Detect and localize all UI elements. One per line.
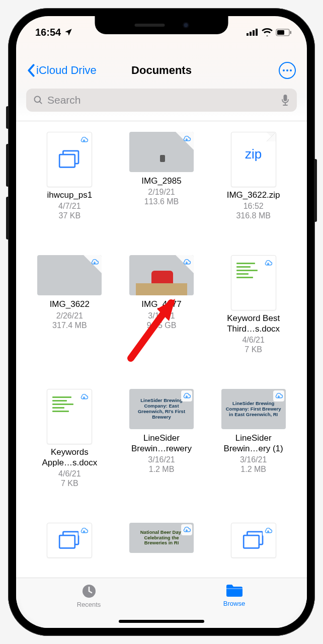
file-thumbnail — [129, 132, 194, 172]
clock-icon — [81, 583, 97, 599]
cellular-icon — [247, 29, 259, 36]
file-date: 4/6/21 — [242, 336, 264, 345]
file-size: 317.4 MB — [52, 321, 87, 330]
more-button[interactable] — [279, 62, 296, 79]
file-size: 7 KB — [61, 479, 78, 488]
status-time: 16:54 — [35, 27, 61, 38]
svg-rect-5 — [277, 30, 284, 35]
file-name-line2: Brewin…ery (1) — [224, 444, 283, 454]
file-item[interactable]: LineSider Brewing Company: East Greenwic… — [119, 389, 204, 505]
thumbnail-text: LineSider Brewing Company: First Brewery… — [224, 401, 283, 418]
file-item[interactable]: Keywords Apple…s.docx 4/6/21 7 KB — [27, 389, 112, 505]
mute-switch — [6, 106, 9, 129]
file-name: Keywords — [51, 447, 89, 457]
battery-icon — [276, 29, 292, 36]
file-date: 3/10/21 — [148, 311, 175, 320]
dictation-icon[interactable] — [281, 94, 290, 106]
file-size: 37 KB — [59, 211, 81, 220]
zip-label: zip — [245, 146, 262, 162]
cloud-download-icon — [78, 525, 90, 536]
chevron-left-icon — [27, 64, 35, 77]
file-name: LineSider — [143, 433, 180, 443]
file-item[interactable] — [27, 523, 112, 578]
nav-bar: iCloud Drive Documents — [16, 56, 307, 85]
cloud-download-icon — [181, 133, 192, 144]
svg-line-8 — [40, 102, 42, 104]
file-item[interactable]: zip IMG_3622.zip 16:52 316.8 MB — [211, 132, 296, 237]
file-item[interactable]: IMG_2985 2/19/21 113.6 MB — [119, 132, 204, 237]
file-item[interactable]: Keyword Best Third…s.docx 4/6/21 7 KB — [211, 255, 296, 371]
file-thumbnail — [47, 389, 92, 444]
location-icon — [64, 28, 73, 37]
file-name: IMG_2985 — [141, 176, 181, 186]
wifi-icon — [262, 28, 273, 36]
file-date: 3/16/21 — [240, 455, 267, 464]
file-item[interactable]: IMG_4477 3/10/21 9.15 GB — [119, 255, 204, 371]
file-name: Keyword Best — [227, 313, 280, 324]
power-button — [314, 159, 317, 222]
file-size: 9.15 GB — [147, 321, 177, 330]
file-thumbnail: LineSider Brewing Company: East Greenwic… — [129, 389, 194, 429]
file-size: 1.2 MB — [240, 465, 266, 474]
file-size: 7 KB — [245, 345, 262, 354]
file-thumbnail: LineSider Brewing Company: First Brewery… — [221, 389, 286, 429]
file-size: 316.8 MB — [236, 211, 270, 220]
file-thumbnail: zip — [231, 132, 276, 187]
file-date: 4/7/21 — [58, 202, 80, 211]
file-thumbnail — [231, 523, 276, 558]
back-button[interactable]: iCloud Drive — [27, 64, 97, 77]
svg-rect-0 — [247, 33, 249, 36]
cloud-download-icon — [78, 134, 90, 145]
cloud-download-icon — [263, 258, 274, 269]
ellipsis-icon — [283, 69, 292, 71]
volume-down-button — [6, 197, 9, 239]
file-item[interactable]: IMG_3622 2/26/21 317.4 MB — [27, 255, 112, 371]
svg-rect-17 — [244, 535, 259, 548]
volume-up-button — [6, 144, 9, 187]
search-icon — [33, 95, 43, 105]
file-item[interactable]: LineSider Brewing Company: First Brewery… — [211, 389, 296, 505]
stack-icon — [56, 148, 83, 171]
file-name-line2: Apple…s.docx — [42, 458, 98, 468]
file-thumbnail: National Beer Day: Celebrating the Brewe… — [129, 523, 194, 553]
file-name-line2: Third…s.docx — [227, 324, 280, 334]
file-thumbnail — [47, 523, 92, 558]
svg-rect-15 — [60, 535, 75, 548]
cloud-download-icon — [181, 257, 192, 268]
file-date: 16:52 — [244, 202, 264, 211]
cloud-download-icon — [263, 525, 274, 536]
file-date: 3/16/21 — [148, 455, 175, 464]
file-name: IMG_4477 — [141, 299, 181, 309]
search-input[interactable] — [47, 94, 277, 106]
file-item[interactable] — [211, 523, 296, 578]
file-date: 2/19/21 — [148, 188, 175, 197]
svg-rect-6 — [290, 31, 292, 34]
svg-rect-9 — [284, 95, 287, 101]
file-thumbnail — [47, 132, 92, 187]
file-date: 2/26/21 — [56, 311, 83, 320]
search-field[interactable] — [26, 89, 297, 112]
file-size: 1.2 MB — [149, 465, 175, 474]
file-thumbnail — [129, 255, 194, 295]
svg-rect-2 — [253, 30, 255, 36]
svg-rect-20 — [226, 588, 243, 589]
thumbnail-text: LineSider Brewing Company: East Greenwic… — [132, 398, 191, 420]
file-date: 4/6/21 — [58, 469, 80, 478]
svg-rect-13 — [60, 154, 75, 167]
back-label: iCloud Drive — [36, 64, 97, 77]
file-name: IMG_3622.zip — [227, 190, 280, 200]
tab-label: Recents — [77, 601, 101, 608]
file-name: LineSider — [235, 433, 272, 443]
cloud-download-icon — [181, 390, 192, 401]
file-item[interactable]: ihwcup_ps1 4/7/21 37 KB — [27, 132, 112, 237]
file-thumbnail — [231, 255, 276, 310]
tab-label: Browse — [223, 600, 245, 607]
cloud-download-icon — [78, 391, 90, 403]
file-name-line2: Brewin…rewery — [131, 444, 192, 454]
file-grid: ihwcup_ps1 4/7/21 37 KB IMG_2985 2/19/21… — [16, 127, 307, 578]
file-thumbnail — [37, 255, 102, 295]
home-indicator[interactable] — [119, 620, 204, 623]
file-item[interactable]: National Beer Day: Celebrating the Brewe… — [119, 523, 204, 578]
screen: 16:54 iCloud Drive Documents — [16, 16, 307, 628]
page-title: Documents — [131, 64, 192, 77]
